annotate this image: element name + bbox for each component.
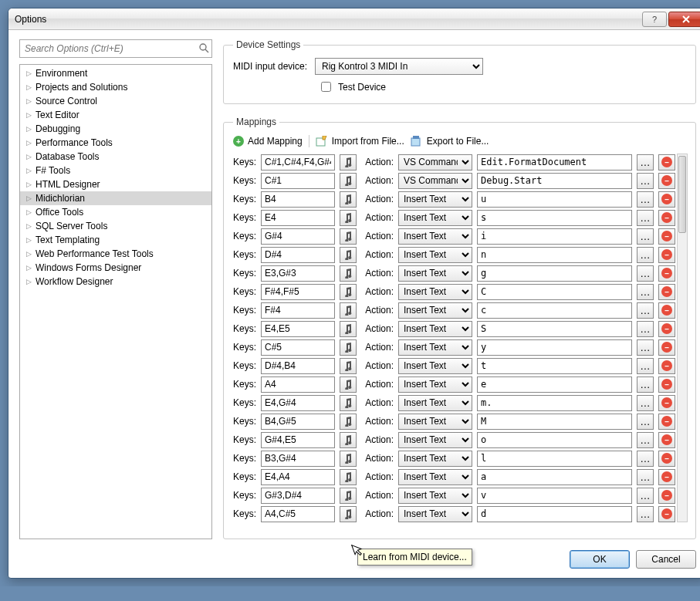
tree-item-source-control[interactable]: ▷Source Control — [20, 94, 211, 108]
learn-note-button[interactable] — [340, 265, 357, 282]
browse-action-button[interactable]: … — [637, 469, 654, 485]
delete-mapping-button[interactable]: – — [658, 191, 675, 208]
cancel-button[interactable]: Cancel — [636, 550, 696, 569]
tree-item-database-tools[interactable]: ▷Database Tools — [20, 150, 211, 164]
delete-mapping-button[interactable]: – — [658, 339, 675, 356]
ok-button[interactable]: OK — [570, 550, 630, 569]
action-value-input[interactable] — [477, 414, 632, 430]
action-value-input[interactable] — [477, 228, 632, 245]
browse-action-button[interactable]: … — [637, 358, 654, 374]
learn-note-button[interactable] — [340, 506, 357, 522]
browse-action-button[interactable]: … — [637, 228, 654, 245]
keys-input[interactable] — [261, 506, 335, 522]
action-type-select[interactable]: VS CommandInsert Text — [398, 506, 472, 522]
browse-action-button[interactable]: … — [637, 432, 654, 448]
browse-action-button[interactable]: … — [637, 302, 654, 319]
close-button[interactable] — [668, 12, 700, 27]
learn-note-button[interactable] — [340, 339, 357, 356]
learn-note-button[interactable] — [340, 451, 357, 467]
action-value-input[interactable] — [477, 321, 632, 337]
tree-item-projects-and-solutions[interactable]: ▷Projects and Solutions — [20, 80, 211, 94]
browse-action-button[interactable]: … — [637, 451, 654, 467]
action-type-select[interactable]: VS CommandInsert Text — [398, 321, 472, 337]
scrollbar[interactable] — [677, 154, 688, 522]
tree-item-sql-server-tools[interactable]: ▷SQL Server Tools — [20, 219, 211, 233]
keys-input[interactable] — [261, 395, 335, 411]
learn-note-button[interactable] — [340, 376, 357, 393]
tree-item-html-designer[interactable]: ▷HTML Designer — [20, 177, 211, 191]
keys-input[interactable] — [261, 451, 335, 467]
keys-input[interactable] — [261, 358, 335, 374]
action-value-input[interactable] — [477, 284, 632, 300]
action-type-select[interactable]: VS CommandInsert Text — [398, 210, 472, 226]
keys-input[interactable] — [261, 488, 335, 504]
action-value-input[interactable] — [477, 154, 632, 171]
delete-mapping-button[interactable]: – — [658, 488, 675, 504]
tree-item-workflow-designer[interactable]: ▷Workflow Designer — [20, 275, 211, 289]
tree-item-windows-forms-designer[interactable]: ▷Windows Forms Designer — [20, 261, 211, 275]
keys-input[interactable] — [261, 432, 335, 448]
action-type-select[interactable]: VS CommandInsert Text — [398, 488, 472, 504]
keys-input[interactable] — [261, 376, 335, 393]
action-type-select[interactable]: VS CommandInsert Text — [398, 451, 472, 467]
action-value-input[interactable] — [477, 451, 632, 467]
delete-mapping-button[interactable]: – — [658, 265, 675, 282]
delete-mapping-button[interactable]: – — [658, 358, 675, 374]
delete-mapping-button[interactable]: – — [658, 469, 675, 485]
options-tree[interactable]: ▷Environment▷Projects and Solutions▷Sour… — [19, 64, 212, 539]
action-value-input[interactable] — [477, 339, 632, 356]
learn-note-button[interactable] — [340, 228, 357, 245]
action-value-input[interactable] — [477, 173, 632, 189]
keys-input[interactable] — [261, 173, 335, 189]
scroll-thumb[interactable] — [678, 156, 686, 233]
tree-item-web-performance-test-tools[interactable]: ▷Web Performance Test Tools — [20, 247, 211, 261]
action-type-select[interactable]: VS CommandInsert Text — [398, 395, 472, 411]
keys-input[interactable] — [261, 154, 335, 171]
keys-input[interactable] — [261, 191, 335, 208]
tree-item-office-tools[interactable]: ▷Office Tools — [20, 205, 211, 219]
learn-note-button[interactable] — [340, 210, 357, 226]
keys-input[interactable] — [261, 302, 335, 319]
import-button[interactable]: Import from File... — [316, 136, 404, 147]
action-value-input[interactable] — [477, 210, 632, 226]
learn-note-button[interactable] — [340, 488, 357, 504]
test-device-checkbox[interactable] — [321, 82, 331, 92]
action-type-select[interactable]: VS CommandInsert Text — [398, 173, 472, 189]
tree-item-environment[interactable]: ▷Environment — [20, 66, 211, 80]
delete-mapping-button[interactable]: – — [658, 154, 675, 171]
tree-item-midichlorian[interactable]: ▷Midichlorian — [20, 191, 211, 205]
delete-mapping-button[interactable]: – — [658, 432, 675, 448]
learn-note-button[interactable] — [340, 395, 357, 411]
delete-mapping-button[interactable]: – — [658, 173, 675, 189]
browse-action-button[interactable]: … — [637, 191, 654, 208]
keys-input[interactable] — [261, 247, 335, 263]
keys-input[interactable] — [261, 265, 335, 282]
learn-note-button[interactable] — [340, 321, 357, 337]
midi-input-select[interactable]: Rig Kontrol 3 MIDI In — [315, 58, 483, 75]
action-type-select[interactable]: VS CommandInsert Text — [398, 302, 472, 319]
delete-mapping-button[interactable]: – — [658, 247, 675, 263]
keys-input[interactable] — [261, 284, 335, 300]
action-type-select[interactable]: VS CommandInsert Text — [398, 432, 472, 448]
browse-action-button[interactable]: … — [637, 321, 654, 337]
help-button[interactable]: ? — [642, 12, 667, 27]
add-mapping-button[interactable]: + Add Mapping — [233, 136, 303, 147]
delete-mapping-button[interactable]: – — [658, 395, 675, 411]
keys-input[interactable] — [261, 414, 335, 430]
browse-action-button[interactable]: … — [637, 339, 654, 356]
learn-note-button[interactable] — [340, 302, 357, 319]
action-type-select[interactable]: VS CommandInsert Text — [398, 247, 472, 263]
search-input[interactable] — [19, 39, 212, 58]
action-value-input[interactable] — [477, 376, 632, 393]
delete-mapping-button[interactable]: – — [658, 321, 675, 337]
tree-item-f-tools[interactable]: ▷F# Tools — [20, 164, 211, 177]
tree-item-performance-tools[interactable]: ▷Performance Tools — [20, 136, 211, 150]
browse-action-button[interactable]: … — [637, 395, 654, 411]
browse-action-button[interactable]: … — [637, 210, 654, 226]
browse-action-button[interactable]: … — [637, 247, 654, 263]
learn-note-button[interactable] — [340, 191, 357, 208]
delete-mapping-button[interactable]: – — [658, 228, 675, 245]
action-value-input[interactable] — [477, 469, 632, 485]
delete-mapping-button[interactable]: – — [658, 376, 675, 393]
learn-note-button[interactable] — [340, 414, 357, 430]
